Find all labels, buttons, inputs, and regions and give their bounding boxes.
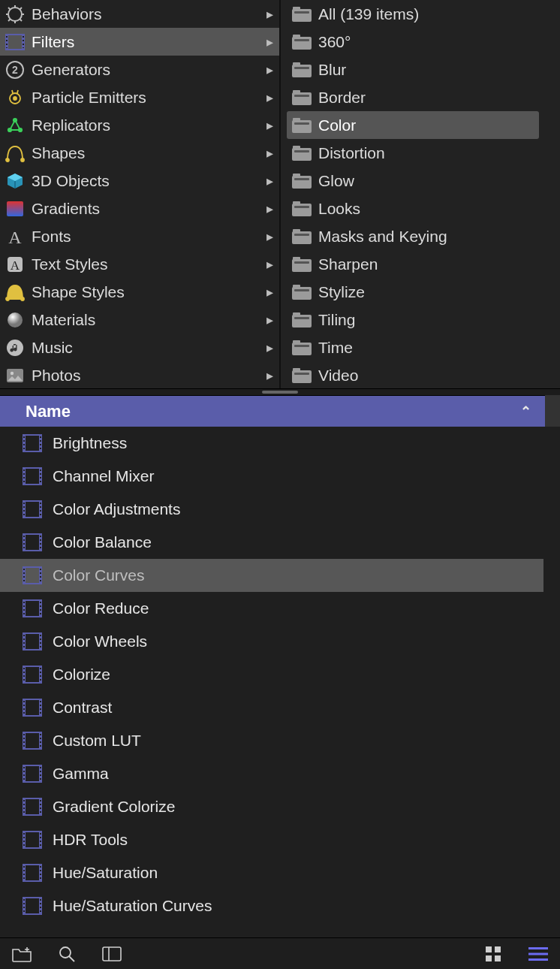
subcategory-sharpen[interactable]: Sharpen bbox=[287, 250, 539, 278]
category-3d-objects[interactable]: 3D Objects▸ bbox=[0, 167, 279, 195]
subcategory-label: Glow bbox=[318, 172, 533, 190]
folder-icon bbox=[290, 198, 314, 219]
subcategory-all[interactable]: All (139 items) bbox=[287, 0, 539, 28]
subcategory-video[interactable]: Video bbox=[287, 361, 539, 388]
item-label: Color Balance bbox=[53, 533, 152, 551]
item-channel-mixer[interactable]: Channel Mixer bbox=[0, 460, 543, 493]
item-color-wheels[interactable]: Color Wheels bbox=[0, 625, 543, 658]
chevron-right-icon: ▸ bbox=[266, 256, 273, 273]
filter-icon bbox=[23, 500, 42, 518]
category-particle-emitters[interactable]: Particle Emitters▸ bbox=[0, 83, 279, 111]
shape-styles-icon bbox=[3, 282, 27, 303]
category-filters[interactable]: Filters▸ bbox=[0, 28, 279, 56]
subcategory-looks[interactable]: Looks bbox=[287, 195, 539, 222]
item-label: Hue/Saturation Curves bbox=[53, 897, 212, 915]
item-label: Hue/Saturation bbox=[53, 864, 158, 882]
item-color-adjustments[interactable]: Color Adjustments bbox=[0, 493, 543, 526]
subcategory-distortion[interactable]: Distortion bbox=[287, 139, 539, 167]
svg-text:2: 2 bbox=[12, 64, 18, 76]
item-custom-lut[interactable]: Custom LUT bbox=[0, 724, 543, 757]
folder-icon bbox=[290, 115, 314, 136]
subcategory-border[interactable]: Border bbox=[287, 83, 539, 111]
item-color-curves[interactable]: Color Curves bbox=[0, 559, 543, 592]
new-folder-button[interactable] bbox=[11, 943, 33, 965]
svg-point-28 bbox=[21, 297, 24, 300]
grid-view-button[interactable] bbox=[482, 943, 504, 965]
subcategory-label: Video bbox=[318, 367, 533, 385]
category-label: Filters bbox=[32, 33, 263, 51]
panel-toggle-button[interactable] bbox=[101, 943, 123, 965]
item-hue-saturation[interactable]: Hue/Saturation bbox=[0, 856, 543, 889]
folder-icon bbox=[290, 171, 314, 192]
list-column-header[interactable]: Name ⌃ bbox=[0, 395, 545, 427]
category-materials[interactable]: Materials▸ bbox=[0, 306, 279, 334]
list-view-button[interactable] bbox=[527, 943, 549, 965]
subcategory-tiling[interactable]: Tiling bbox=[287, 306, 539, 334]
subcategory-360[interactable]: 360° bbox=[287, 28, 539, 56]
3d-objects-icon bbox=[3, 171, 27, 192]
subcategory-color[interactable]: Color bbox=[287, 111, 539, 139]
chevron-right-icon: ▸ bbox=[266, 173, 273, 189]
category-label: Gradients bbox=[32, 200, 263, 218]
category-music[interactable]: Music▸ bbox=[0, 334, 279, 361]
category-text-styles[interactable]: AText Styles▸ bbox=[0, 250, 279, 278]
item-color-balance[interactable]: Color Balance bbox=[0, 526, 543, 559]
particle-emitters-icon bbox=[3, 87, 27, 108]
filter-icon bbox=[23, 666, 42, 684]
subcategory-label: Time bbox=[318, 339, 533, 357]
item-gradient-colorize[interactable]: Gradient Colorize bbox=[0, 790, 543, 823]
chevron-right-icon: ▸ bbox=[266, 228, 273, 245]
category-replicators[interactable]: Replicators▸ bbox=[0, 111, 279, 139]
subcategory-label: Blur bbox=[318, 61, 533, 79]
item-label: Color Adjustments bbox=[53, 500, 180, 518]
search-button[interactable] bbox=[56, 943, 78, 965]
item-label: Color Reduce bbox=[53, 599, 149, 617]
svg-point-27 bbox=[6, 297, 9, 300]
category-label: Photos bbox=[32, 367, 263, 385]
filter-icon bbox=[23, 732, 42, 750]
subcategory-time[interactable]: Time bbox=[287, 334, 539, 361]
svg-rect-37 bbox=[486, 946, 492, 952]
category-generators[interactable]: 2Generators▸ bbox=[0, 56, 279, 83]
shapes-icon bbox=[3, 143, 27, 164]
category-label: Materials bbox=[32, 311, 263, 329]
subcategory-label: Border bbox=[318, 89, 533, 107]
sort-ascending-icon: ⌃ bbox=[520, 403, 531, 420]
subcategory-blur[interactable]: Blur bbox=[287, 56, 539, 83]
category-behaviors[interactable]: Behaviors▸ bbox=[0, 0, 279, 28]
folder-icon bbox=[290, 143, 314, 164]
category-label: Text Styles bbox=[32, 255, 263, 273]
item-contrast[interactable]: Contrast bbox=[0, 691, 543, 724]
category-photos[interactable]: Photos▸ bbox=[0, 361, 279, 388]
subcategory-glow[interactable]: Glow bbox=[287, 167, 539, 195]
svg-rect-23 bbox=[7, 201, 23, 216]
svg-line-5 bbox=[8, 8, 11, 10]
pane-resize-handle[interactable] bbox=[0, 389, 560, 395]
subcategory-label: Distortion bbox=[318, 144, 533, 162]
item-label: Custom LUT bbox=[53, 732, 141, 750]
subcategory-label: Masks and Keying bbox=[318, 228, 533, 246]
chevron-right-icon: ▸ bbox=[266, 62, 273, 78]
item-hdr-tools[interactable]: HDR Tools bbox=[0, 823, 543, 856]
category-label: Particle Emitters bbox=[32, 89, 263, 107]
category-label: 3D Objects bbox=[32, 172, 263, 190]
svg-point-33 bbox=[60, 947, 71, 958]
item-colorize[interactable]: Colorize bbox=[0, 658, 543, 691]
category-shapes[interactable]: Shapes▸ bbox=[0, 139, 279, 167]
category-shape-styles[interactable]: Shape Styles▸ bbox=[0, 278, 279, 306]
filters-icon bbox=[3, 32, 27, 53]
category-gradients[interactable]: Gradients▸ bbox=[0, 195, 279, 222]
subcategory-masks-keying[interactable]: Masks and Keying bbox=[287, 222, 539, 250]
item-hue-saturation-curves[interactable]: Hue/Saturation Curves bbox=[0, 889, 543, 922]
item-gamma[interactable]: Gamma bbox=[0, 757, 543, 790]
item-color-reduce[interactable]: Color Reduce bbox=[0, 592, 543, 625]
subcategory-stylize[interactable]: Stylize bbox=[287, 278, 539, 306]
filter-icon bbox=[23, 864, 42, 882]
subcategory-label: Stylize bbox=[318, 283, 533, 301]
subcategory-label: 360° bbox=[318, 33, 533, 51]
replicators-icon bbox=[3, 115, 27, 136]
item-brightness[interactable]: Brightness bbox=[0, 427, 543, 460]
category-fonts[interactable]: AFonts▸ bbox=[0, 222, 279, 250]
folder-icon bbox=[290, 32, 314, 53]
filter-icon bbox=[23, 897, 42, 915]
